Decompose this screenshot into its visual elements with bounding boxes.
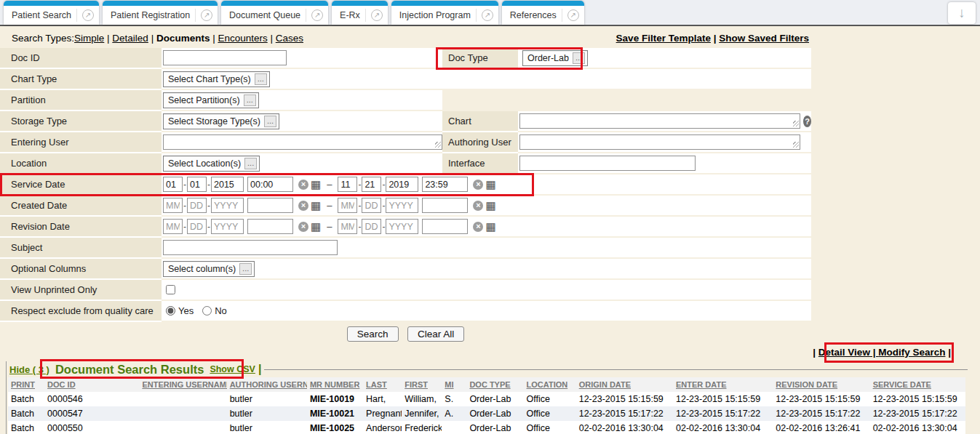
subject-input[interactable] [163, 240, 338, 255]
table-cell: 02-02-2016 13:30:04 [673, 421, 773, 434]
created-from-year-input[interactable] [211, 198, 244, 213]
created-to-month-input[interactable] [338, 198, 357, 213]
table-cell[interactable]: Batch [8, 406, 44, 421]
popup-icon[interactable]: ↗ [371, 9, 383, 21]
search-button[interactable]: Search [347, 326, 399, 342]
hide-results-link[interactable]: Hide ( 3 ) [9, 364, 49, 375]
created-from-time-input[interactable] [247, 198, 293, 213]
modify-search-link[interactable]: Modify Search [878, 347, 945, 358]
table-cell[interactable]: Batch [8, 421, 44, 434]
revision-to-year-input[interactable] [386, 219, 418, 234]
location-select-button[interactable]: Select Location(s)... [163, 156, 260, 172]
search-type-documents[interactable]: Documents [156, 33, 210, 44]
calendar-icon[interactable]: ▦ [311, 201, 321, 211]
service-from-year-input[interactable] [211, 177, 244, 192]
download-button[interactable]: ↓ [948, 2, 976, 24]
revision-from-year-input[interactable] [211, 219, 244, 234]
revision-from-day-input[interactable] [187, 219, 207, 234]
calendar-icon[interactable]: ▦ [485, 222, 495, 232]
created-to-year-input[interactable] [386, 198, 418, 213]
column-header-location[interactable]: LOCATION [524, 377, 576, 392]
view-unprinted-checkbox[interactable] [166, 285, 175, 294]
search-type-simple[interactable]: Simple [74, 33, 104, 44]
quality-no-radio[interactable] [202, 306, 212, 316]
interface-input[interactable] [519, 156, 696, 171]
clear-date-icon[interactable]: × [298, 201, 308, 211]
revision-to-day-input[interactable] [362, 219, 381, 234]
clear-all-button[interactable]: Clear All [407, 326, 464, 342]
column-header-entering-username[interactable]: ENTERING USERNAME [139, 377, 226, 392]
created-from-month-input[interactable] [163, 198, 183, 213]
calendar-icon[interactable]: ▦ [311, 180, 321, 190]
column-header-first[interactable]: FIRST [402, 377, 442, 392]
tab-document-queue[interactable]: Document Queue↗ [221, 1, 328, 25]
service-to-time-input[interactable] [422, 177, 468, 192]
column-header-print[interactable]: PRINT [8, 377, 44, 392]
clear-date-icon[interactable]: × [473, 180, 483, 190]
column-header-mr-number[interactable]: MR NUMBER [307, 377, 363, 392]
popup-icon[interactable]: ↗ [82, 9, 94, 21]
clear-date-icon[interactable]: × [298, 180, 308, 190]
column-header-revision-date[interactable]: REVISION DATE [773, 377, 869, 392]
service-from-day-input[interactable] [187, 177, 207, 192]
clear-date-icon[interactable]: × [298, 222, 308, 232]
search-type-detailed[interactable]: Detailed [112, 33, 148, 44]
revision-from-month-input[interactable] [163, 219, 183, 234]
calendar-icon[interactable]: ▦ [485, 201, 495, 211]
entering-user-input[interactable] [163, 134, 442, 150]
storage-type-select-button[interactable]: Select Storage Type(s)... [163, 113, 279, 129]
search-type-encounters[interactable]: Encounters [218, 33, 267, 44]
column-header-doc-type[interactable]: DOC TYPE [466, 377, 523, 392]
tab-references[interactable]: References↗ [502, 1, 584, 25]
service-to-day-input[interactable] [362, 177, 381, 192]
calendar-icon[interactable]: ▦ [485, 180, 495, 190]
created-to-day-input[interactable] [362, 198, 381, 213]
column-header-enter-date[interactable]: ENTER DATE [673, 377, 773, 392]
column-header-last[interactable]: LAST [363, 377, 402, 392]
popup-icon[interactable]: ↗ [567, 9, 579, 21]
created-from-day-input[interactable] [187, 198, 207, 213]
popup-icon[interactable]: ↗ [311, 9, 323, 21]
service-to-month-input[interactable] [338, 177, 357, 192]
doc-type-select-button[interactable]: Order-Lab... [522, 50, 588, 66]
service-from-time-input[interactable] [247, 177, 293, 192]
column-header-service-date[interactable]: SERVICE DATE [870, 377, 965, 392]
popup-icon[interactable]: ↗ [482, 9, 493, 21]
table-cell[interactable]: Batch [8, 392, 44, 406]
authoring-user-input[interactable] [519, 134, 800, 150]
service-from-month-input[interactable] [163, 177, 183, 192]
revision-to-time-input[interactable] [422, 219, 468, 234]
show-csv-link[interactable]: Show CSV [210, 364, 255, 374]
created-to-time-input[interactable] [422, 198, 468, 213]
clear-date-icon[interactable]: × [473, 201, 483, 211]
table-cell[interactable]: 0000546 [44, 392, 139, 406]
calendar-icon[interactable]: ▦ [311, 222, 321, 232]
detail-view-link[interactable]: Detail View [818, 347, 878, 358]
column-header-authoring-username[interactable]: AUTHORING USERNAME [227, 377, 307, 392]
optional-columns-label: Optional Columns [0, 259, 162, 280]
column-header-doc-id[interactable]: DOC ID [44, 377, 139, 392]
optional-columns-select-button[interactable]: Select column(s)... [163, 261, 255, 277]
column-header-origin-date[interactable]: ORIGIN DATE [576, 377, 673, 392]
tab-patient-search[interactable]: Patient Search↗ [4, 1, 99, 25]
revision-from-time-input[interactable] [247, 219, 293, 234]
clear-date-icon[interactable]: × [473, 222, 483, 232]
chart-input[interactable] [519, 113, 800, 129]
column-header-mi[interactable]: MI [442, 377, 466, 392]
table-cell[interactable]: 0000547 [44, 406, 139, 421]
quality-yes-radio[interactable] [166, 306, 175, 316]
chart-type-select-button[interactable]: Select Chart Type(s)... [163, 71, 270, 87]
show-saved-filters-link[interactable]: Show Saved Filters [719, 33, 809, 44]
help-icon[interactable]: ? [803, 116, 811, 127]
doc-id-input[interactable] [163, 50, 287, 65]
popup-icon[interactable]: ↗ [201, 9, 212, 21]
tab-e-rx[interactable]: E-Rx↗ [332, 1, 388, 25]
tab-injection-program[interactable]: Injection Program↗ [391, 1, 498, 25]
partition-select-button[interactable]: Select Partition(s)... [163, 92, 259, 108]
save-filter-template-link[interactable]: Save Filter Template [616, 33, 711, 44]
search-type-cases[interactable]: Cases [276, 33, 303, 44]
revision-to-month-input[interactable] [338, 219, 357, 234]
service-to-year-input[interactable] [386, 177, 418, 192]
tab-patient-registration[interactable]: Patient Registration↗ [103, 1, 218, 25]
table-cell[interactable]: 0000550 [44, 421, 139, 434]
